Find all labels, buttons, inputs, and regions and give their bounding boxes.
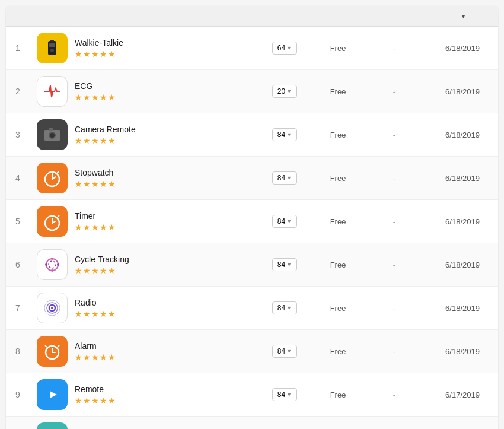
app-cell: ECG ★★★★★	[30, 70, 255, 113]
svg-point-22	[57, 263, 59, 266]
svg-point-24	[45, 263, 47, 266]
table-row: 5 Timer ★★★★★ 84 ▼	[6, 200, 498, 243]
countries-cell: 64 ▼	[255, 27, 314, 70]
chevron-down-icon: ▼	[286, 348, 292, 354]
table-row: 2 ECG ★★★★★ 20 ▼ Free - 6/18/201	[6, 70, 498, 113]
price-cell: Free	[314, 113, 362, 157]
col-header-rank	[6, 6, 30, 27]
svg-rect-3	[50, 40, 54, 42]
table-row: 3 Camera Remote ★★★★★ 84 ▼	[6, 113, 498, 157]
rank-cell: 5	[6, 200, 30, 243]
price-cell: Free	[314, 157, 362, 200]
releasedate-cell: 6/18/2019	[427, 287, 498, 330]
chevron-down-icon: ▼	[286, 305, 292, 311]
countries-value: 64	[277, 44, 285, 52]
countries-cell: 84 ▼	[255, 373, 314, 417]
rank-cell: 7	[6, 287, 30, 330]
chevron-down-icon: ▼	[286, 88, 292, 94]
countries-badge[interactable]: 84 ▼	[272, 128, 297, 141]
svg-rect-12	[50, 171, 54, 173]
svg-rect-1	[49, 43, 55, 47]
app-icon	[37, 163, 68, 193]
table-row: 4 Stopwatch ★★★★★ 84 ▼	[6, 157, 498, 200]
chevron-down-icon: ▼	[286, 132, 292, 138]
svg-point-23	[51, 269, 53, 272]
lastupdate-cell: -	[362, 113, 427, 157]
app-name: Cycle Tracking	[75, 255, 129, 264]
lastupdate-cell: -	[362, 417, 427, 430]
lastupdate-cell: -	[362, 157, 427, 200]
svg-point-28	[51, 307, 53, 309]
svg-line-18	[58, 215, 59, 217]
app-info: Walkie-Talkie ★★★★★	[75, 38, 123, 59]
sort-icon: ▼	[461, 13, 467, 20]
chevron-down-icon: ▼	[286, 218, 292, 224]
app-icon	[37, 293, 68, 323]
app-icon	[37, 379, 68, 410]
app-stars: ★★★★★	[75, 93, 116, 102]
app-info: Remote ★★★★★	[75, 384, 116, 405]
lastupdate-cell: -	[362, 70, 427, 113]
countries-cell: 84 ▼	[255, 157, 314, 200]
app-info: ECG ★★★★★	[75, 81, 116, 102]
col-header-countries[interactable]	[255, 6, 314, 27]
countries-badge[interactable]: 64 ▼	[272, 42, 297, 55]
col-header-releasedate[interactable]: ▼	[427, 6, 498, 27]
app-name: Radio	[75, 298, 116, 307]
chevron-down-icon: ▼	[286, 262, 292, 268]
price-cell: Free	[314, 70, 362, 113]
app-cell: Radio ★★★★★	[30, 287, 255, 330]
app-icon	[37, 33, 68, 63]
app-cell: Remote ★★★★★	[30, 373, 255, 417]
app-cell: Alarm ★★★★★	[30, 330, 255, 373]
countries-cell: 84 ▼	[255, 287, 314, 330]
releasedate-cell: 6/18/2019	[427, 70, 498, 113]
countries-value: 84	[277, 347, 285, 355]
countries-value: 84	[277, 174, 285, 182]
countries-badge[interactable]: 84 ▼	[272, 215, 297, 228]
svg-rect-8	[49, 128, 53, 131]
col-header-price[interactable]	[314, 6, 362, 27]
countries-cell: 84 ▼	[255, 200, 314, 243]
lastupdate-cell: -	[362, 287, 427, 330]
svg-line-33	[58, 345, 59, 347]
chevron-down-icon: ▼	[286, 175, 292, 181]
app-cell: Stopwatch ★★★★★	[30, 157, 255, 200]
countries-badge[interactable]: 84 ▼	[272, 388, 297, 401]
app-icon	[37, 119, 68, 150]
rank-cell: 6	[6, 243, 30, 287]
app-icon	[37, 336, 68, 367]
rank-cell: 1	[6, 27, 30, 70]
app-stars: ★★★★★	[75, 266, 129, 275]
app-stars: ★★★★★	[75, 223, 116, 232]
rank-cell: 10	[6, 417, 30, 430]
countries-value: 20	[277, 87, 285, 96]
countries-badge[interactable]: 20 ▼	[272, 85, 297, 98]
countries-badge[interactable]: 84 ▼	[272, 345, 297, 358]
app-icon	[37, 206, 68, 237]
countries-cell: 84 ▼	[255, 330, 314, 373]
app-icon	[37, 76, 68, 107]
releasedate-cell: 6/18/2019	[427, 200, 498, 243]
table-row: 10 Breathe ★★★★★	[6, 417, 498, 430]
col-header-lastupdate[interactable]	[362, 6, 427, 27]
app-stars: ★★★★★	[75, 179, 116, 189]
app-stars: ★★★★★	[75, 49, 123, 59]
svg-line-32	[45, 345, 47, 347]
price-cell: Free	[314, 27, 362, 70]
releasedate-cell: 6/17/2019	[427, 373, 498, 417]
lastupdate-cell: -	[362, 373, 427, 417]
table-row: 8 Alarm ★★★★★ 84 ▼	[6, 330, 498, 373]
countries-badge[interactable]: 84 ▼	[272, 301, 297, 314]
releasedate-cell: 6/18/2019	[427, 243, 498, 287]
countries-badge[interactable]: 84 ▼	[272, 171, 297, 185]
app-name: Alarm	[75, 341, 116, 351]
app-stars: ★★★★★	[75, 136, 136, 145]
chevron-down-icon: ▼	[286, 45, 292, 51]
countries-badge[interactable]: 84 ▼	[272, 258, 297, 271]
app-info: Radio ★★★★★	[75, 298, 116, 319]
countries-value: 84	[277, 304, 285, 312]
lastupdate-cell: -	[362, 200, 427, 243]
svg-rect-34	[50, 345, 54, 346]
svg-point-2	[50, 49, 54, 52]
